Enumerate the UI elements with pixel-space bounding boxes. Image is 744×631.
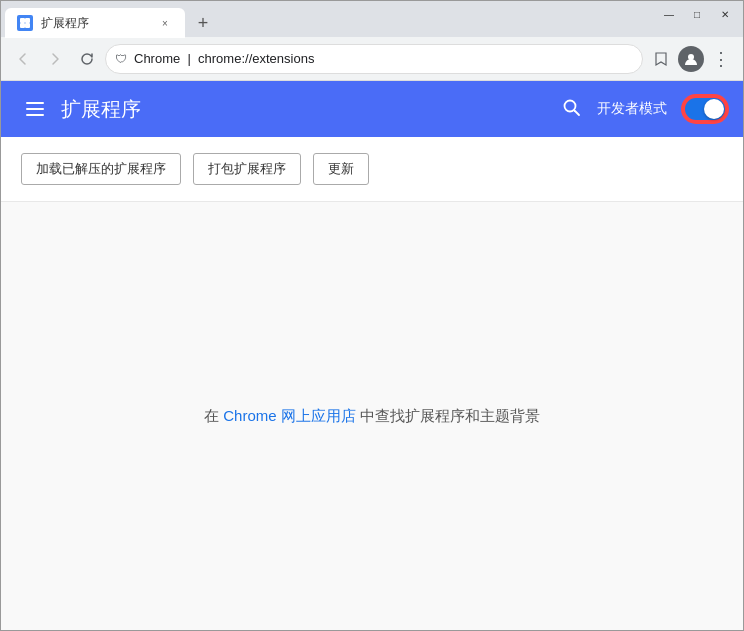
tabs-area: 扩展程序 × + <box>5 1 655 37</box>
profile-button[interactable] <box>677 45 705 73</box>
svg-line-6 <box>575 110 580 115</box>
svg-rect-3 <box>25 23 30 28</box>
page-title: 扩展程序 <box>61 96 561 123</box>
svg-rect-1 <box>25 18 30 23</box>
active-tab[interactable]: 扩展程序 × <box>5 8 185 38</box>
toggle-knob <box>704 99 724 119</box>
more-button[interactable]: ⋮ <box>707 45 735 73</box>
extensions-header: 扩展程序 开发者模式 <box>1 81 743 137</box>
update-button[interactable]: 更新 <box>313 153 369 185</box>
window-controls: — □ ✕ <box>655 1 739 25</box>
extension-tab-icon <box>17 15 33 31</box>
address-input[interactable] <box>105 44 643 74</box>
tab-title: 扩展程序 <box>41 15 149 32</box>
browser-window: 扩展程序 × + — □ ✕ 🛡 <box>0 0 744 631</box>
svg-rect-0 <box>20 18 25 23</box>
new-tab-button[interactable]: + <box>189 9 217 37</box>
address-bar: 🛡 ⋮ <box>1 37 743 81</box>
empty-state-text: 在 Chrome 网上应用店 中查找扩展程序和主题背景 <box>204 407 540 426</box>
address-input-wrapper[interactable]: 🛡 <box>105 44 643 74</box>
empty-state: 在 Chrome 网上应用店 中查找扩展程序和主题背景 <box>1 202 743 630</box>
forward-button[interactable] <box>41 45 69 73</box>
maximize-button[interactable]: □ <box>683 3 711 25</box>
load-unpacked-button[interactable]: 加载已解压的扩展程序 <box>21 153 181 185</box>
developer-mode-toggle[interactable] <box>683 96 727 122</box>
minimize-button[interactable]: — <box>655 3 683 25</box>
profile-icon <box>678 46 704 72</box>
pack-extension-button[interactable]: 打包扩展程序 <box>193 153 301 185</box>
empty-text-prefix: 在 <box>204 407 219 424</box>
back-button[interactable] <box>9 45 37 73</box>
search-icon[interactable] <box>561 97 581 122</box>
action-bar: 加载已解压的扩展程序 打包扩展程序 更新 <box>1 137 743 202</box>
svg-rect-2 <box>20 23 25 28</box>
refresh-button[interactable] <box>73 45 101 73</box>
dev-mode-label: 开发者模式 <box>597 100 667 118</box>
extensions-content: 加载已解压的扩展程序 打包扩展程序 更新 在 Chrome 网上应用店 中查找扩… <box>1 137 743 630</box>
menu-button[interactable] <box>17 91 53 127</box>
bookmark-button[interactable] <box>647 45 675 73</box>
address-right-icons: ⋮ <box>647 45 735 73</box>
tab-close-btn[interactable]: × <box>157 15 173 31</box>
svg-point-5 <box>565 100 576 111</box>
title-bar: 扩展程序 × + — □ ✕ <box>1 1 743 37</box>
header-right: 开发者模式 <box>561 96 727 122</box>
lock-icon: 🛡 <box>115 52 127 66</box>
close-button[interactable]: ✕ <box>711 3 739 25</box>
hamburger-icon <box>26 102 44 116</box>
empty-text-suffix: 中查找扩展程序和主题背景 <box>360 407 540 424</box>
chrome-store-link[interactable]: Chrome 网上应用店 <box>223 407 356 424</box>
